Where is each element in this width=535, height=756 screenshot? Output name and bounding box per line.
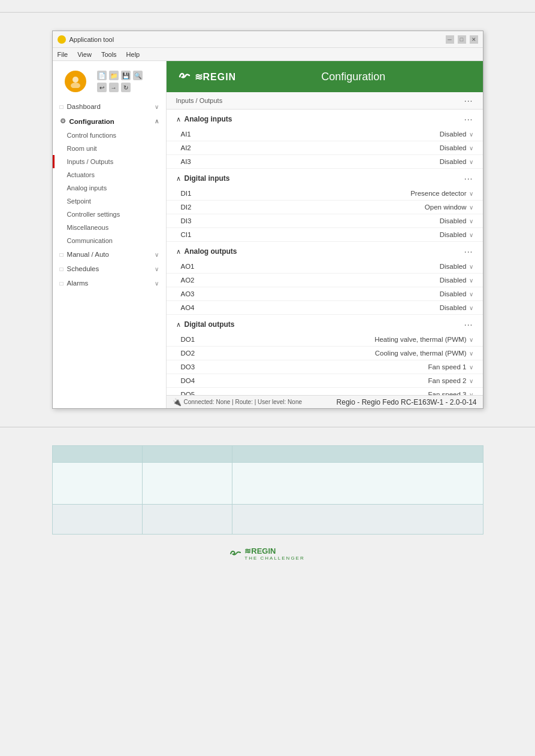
status-left: 🔌 Connected: None | Route: | User level:… — [173, 398, 303, 406]
ao2-row: AO2 Disabled ∨ — [167, 274, 483, 287]
ci1-row: CI1 Disabled ∨ — [167, 228, 483, 242]
menu-file[interactable]: File — [58, 51, 68, 58]
open-icon[interactable]: 📁 — [109, 71, 119, 80]
avatar — [65, 71, 86, 92]
status-device: Regio - Regio Fedo RC-E163W-1 - 2.0-0-14 — [337, 398, 477, 406]
analog-inputs-menu[interactable]: ··· — [464, 114, 473, 124]
digital-outputs-header: ∧ Digital outputs ··· — [167, 315, 483, 333]
ai2-value[interactable]: Disabled ∨ — [440, 144, 473, 151]
sidebar-sub-control-functions[interactable]: Control functions — [53, 129, 166, 142]
svg-point-1 — [71, 83, 80, 88]
menu-bar: File View Tools Help — [53, 48, 483, 61]
ci1-value[interactable]: Disabled ∨ — [440, 231, 473, 238]
refresh-icon[interactable]: ↻ — [121, 83, 131, 92]
sidebar-item-configuration[interactable]: ⚙ Configuration ∧ — [53, 114, 166, 129]
breadcrumb-menu-button[interactable]: ··· — [464, 96, 473, 105]
top-separator — [0, 12, 535, 13]
table-cell-2-3 — [232, 505, 483, 535]
ao1-value[interactable]: Disabled ∨ — [440, 263, 473, 270]
sidebar-sub-room-unit[interactable]: Room unit — [53, 142, 166, 155]
do5-value[interactable]: Fan speed 3 ∨ — [428, 391, 473, 395]
title-bar-left: Application tool — [58, 35, 114, 44]
back-icon[interactable]: ↩ — [97, 83, 107, 92]
content-header: ≋REGIN Configuration — [167, 61, 483, 92]
configuration-label: Configuration — [69, 118, 114, 125]
menu-view[interactable]: View — [77, 51, 92, 58]
minimize-button[interactable]: ─ — [446, 35, 454, 44]
search-icon[interactable]: 🔍 — [133, 71, 143, 80]
analog-outputs-chevron[interactable]: ∧ — [176, 248, 181, 256]
do1-row: DO1 Heating valve, thermal (PWM) ∨ — [167, 333, 483, 347]
save-icon[interactable]: 💾 — [121, 71, 131, 80]
new-file-icon[interactable]: 📄 — [97, 71, 107, 80]
di2-chevron: ∨ — [469, 204, 473, 211]
do5-row: DO5 Fan speed 3 ∨ — [167, 388, 483, 395]
do2-row: DO2 Cooling valve, thermal (PWM) ∨ — [167, 347, 483, 360]
ai1-value[interactable]: Disabled ∨ — [440, 130, 473, 138]
status-text: Connected: None | Route: | User level: N… — [184, 399, 303, 405]
do4-value[interactable]: Fan speed 2 ∨ — [428, 377, 473, 384]
do1-value[interactable]: Heating valve, thermal (PWM) ∨ — [374, 336, 473, 343]
dashboard-chevron: ∨ — [155, 104, 159, 110]
di3-value[interactable]: Disabled ∨ — [440, 217, 473, 224]
sidebar-item-schedules[interactable]: □ Schedules ∨ — [53, 262, 166, 276]
analog-inputs-chevron[interactable]: ∧ — [176, 116, 181, 123]
alarms-label: Alarms — [67, 280, 89, 287]
main-layout: 📄 📁 💾 🔍 ↩ → ↻ — [53, 61, 483, 408]
sidebar-item-manual-auto[interactable]: □ Manual / Auto ∨ — [53, 247, 166, 262]
sidebar-sub-controller-settings[interactable]: Controller settings — [53, 208, 166, 221]
menu-help[interactable]: Help — [126, 51, 140, 58]
close-button[interactable]: ✕ — [470, 35, 478, 44]
di2-label: DI2 — [181, 204, 217, 211]
digital-inputs-menu[interactable]: ··· — [464, 174, 473, 183]
di1-value[interactable]: Presence detector ∨ — [410, 190, 473, 197]
analog-inputs-title-row: ∧ Analog inputs — [176, 115, 232, 123]
table-header-cell-2 — [142, 446, 232, 463]
do2-value[interactable]: Cooling valve, thermal (PWM) ∨ — [375, 350, 473, 357]
digital-inputs-section: ∧ Digital inputs ··· DI1 Presence detect… — [167, 169, 483, 242]
di3-row: DI3 Disabled ∨ — [167, 214, 483, 228]
menu-tools[interactable]: Tools — [101, 51, 117, 58]
di2-value[interactable]: Open window ∨ — [425, 204, 473, 211]
di3-chevron: ∨ — [469, 218, 473, 224]
bottom-separator — [0, 427, 535, 427]
sidebar-sub-communication[interactable]: Communication — [53, 234, 166, 247]
ao3-chevron: ∨ — [469, 291, 473, 297]
maximize-button[interactable]: □ — [458, 35, 466, 44]
digital-inputs-chevron[interactable]: ∧ — [176, 175, 181, 183]
content-scroll[interactable]: ∧ Analog inputs ··· AI1 Disabled ∨ — [167, 110, 483, 395]
ao3-value[interactable]: Disabled ∨ — [440, 290, 473, 297]
ao1-label: AO1 — [181, 263, 217, 270]
sidebar-sub-miscellaneous[interactable]: Miscellaneous — [53, 221, 166, 234]
sidebar-header: 📄 📁 💾 🔍 ↩ → ↻ — [53, 66, 166, 99]
sidebar-item-alarms[interactable]: □ Alarms ∨ — [53, 276, 166, 290]
ai3-value[interactable]: Disabled ∨ — [440, 158, 473, 165]
ao2-value[interactable]: Disabled ∨ — [440, 277, 473, 284]
sidebar-sub-analog-inputs[interactable]: Analog inputs — [53, 181, 166, 195]
digital-outputs-section: ∧ Digital outputs ··· DO1 Heating valve,… — [167, 315, 483, 395]
table-header-cell-3 — [232, 446, 483, 463]
sidebar-sub-inputs-outputs[interactable]: Inputs / Outputs — [53, 155, 166, 168]
forward-icon[interactable]: → — [109, 83, 119, 92]
ao4-value[interactable]: Disabled ∨ — [440, 304, 473, 311]
window-title: Application tool — [69, 36, 114, 43]
page-footer: ≋REGIN THE CHALLENGER — [0, 535, 535, 567]
sidebar-sub-actuators[interactable]: Actuators — [53, 168, 166, 181]
di3-label: DI3 — [181, 217, 217, 224]
ci1-label: CI1 — [181, 231, 217, 238]
analog-outputs-title-row: ∧ Analog outputs — [176, 247, 237, 256]
digital-outputs-menu[interactable]: ··· — [464, 320, 473, 329]
digital-outputs-chevron[interactable]: ∧ — [176, 321, 181, 329]
ao1-row: AO1 Disabled ∨ — [167, 260, 483, 274]
sidebar-sub-setpoint[interactable]: Setpoint — [53, 195, 166, 208]
di1-label: DI1 — [181, 190, 217, 197]
digital-inputs-title-row: ∧ Digital inputs — [176, 174, 230, 183]
analog-outputs-menu[interactable]: ··· — [464, 247, 473, 256]
table-row-1 — [52, 463, 483, 505]
schedules-chevron: ∨ — [155, 266, 159, 272]
footer-logo-text: ≋REGIN — [244, 546, 276, 555]
ao4-row: AO4 Disabled ∨ — [167, 301, 483, 315]
di2-row: DI2 Open window ∨ — [167, 201, 483, 214]
sidebar-item-dashboard[interactable]: □ Dashboard ∨ — [53, 99, 166, 114]
do3-value[interactable]: Fan speed 1 ∨ — [428, 363, 473, 371]
